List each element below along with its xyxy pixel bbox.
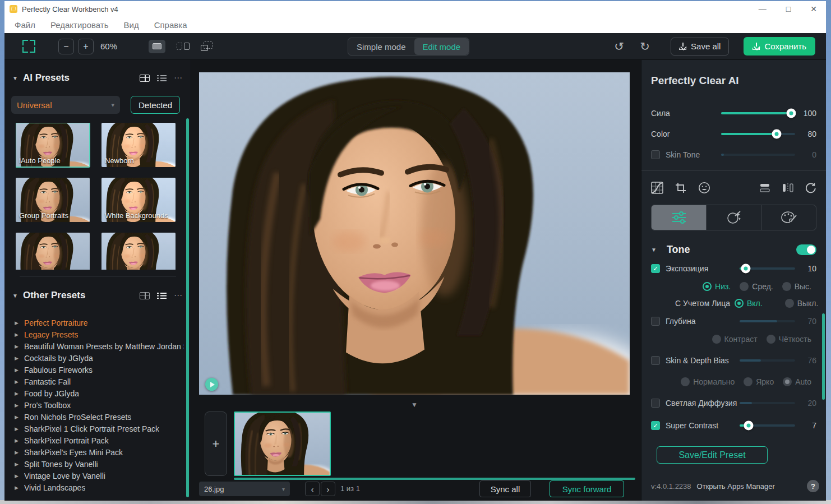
list-view-icon[interactable]: [157, 75, 167, 82]
other-preset-item[interactable]: ▶Perfect Portraiture: [15, 317, 184, 329]
zoom-out-button[interactable]: −: [58, 39, 74, 54]
face-icon[interactable]: [698, 182, 710, 194]
other-preset-item[interactable]: ▶Beautiful Woman Presets by Matthew Jord…: [15, 340, 184, 352]
radio-option-ярко[interactable]: Ярко: [744, 377, 774, 386]
ai-preset-tile-iauto-people[interactable]: iAuto People: [16, 123, 90, 167]
list-view-icon[interactable]: [157, 292, 167, 299]
menu-item-файл[interactable]: Файл: [15, 20, 35, 30]
save-edit-preset-button[interactable]: Save/Edit Preset: [657, 446, 768, 464]
menu-item-справка[interactable]: Справка: [154, 20, 187, 30]
fit-to-screen-icon[interactable]: [22, 40, 35, 53]
slider-track-skin-depth-bias[interactable]: [740, 359, 795, 362]
save-all-button[interactable]: Save all: [671, 38, 729, 56]
slider-track-глубина[interactable]: [740, 320, 795, 322]
filmstrip-thumbnail[interactable]: [234, 411, 331, 476]
flip-vertical-icon[interactable]: [759, 183, 770, 193]
slider-track-сила[interactable]: [721, 112, 795, 114]
tone-toggle[interactable]: [796, 244, 816, 255]
radio-option-сред[interactable]: Сред.: [740, 282, 773, 291]
other-preset-item[interactable]: ▶SharkPixel Portrait Pack: [15, 434, 184, 446]
ai-preset-tile[interactable]: [16, 233, 90, 270]
more-options-icon[interactable]: ⋯: [174, 290, 183, 300]
other-preset-item[interactable]: ▶SharkPixel's Eyes Mini Pack: [15, 446, 184, 458]
filmstrip-scrollbar[interactable]: [234, 478, 635, 480]
radio-option-низ[interactable]: Низ.: [703, 282, 731, 291]
radio-option-auto[interactable]: Auto: [783, 377, 811, 386]
crop-icon[interactable]: [675, 182, 686, 193]
collapse-triangle-icon[interactable]: ▼: [12, 75, 18, 81]
before-after-handle[interactable]: [205, 378, 218, 391]
help-icon[interactable]: ?: [807, 480, 819, 492]
minimize-button[interactable]: —: [759, 4, 767, 13]
other-preset-item[interactable]: ▶Vintage Love by Vanelli: [15, 470, 184, 482]
edit-mode-tab[interactable]: Edit mode: [414, 38, 469, 55]
slider-track-color[interactable]: [721, 133, 795, 135]
slider-track-skin-tone[interactable]: [721, 154, 795, 156]
tab-color[interactable]: [761, 205, 816, 230]
other-preset-item[interactable]: ▶Fantastic Fall: [15, 376, 184, 387]
slider-track-экспозиция[interactable]: [740, 267, 795, 270]
slider-knob[interactable]: [744, 421, 753, 431]
collapse-triangle-icon[interactable]: ▼: [12, 293, 18, 299]
radio-option-нормально[interactable]: Нормально: [681, 377, 735, 386]
detected-button[interactable]: Detected: [131, 96, 180, 114]
previous-image-button[interactable]: ‹: [305, 482, 320, 496]
radio-option-выс[interactable]: Выс.: [782, 282, 811, 291]
checkbox-skin-depth-bias[interactable]: [651, 356, 660, 365]
checkbox-super-contrast[interactable]: ✓: [651, 421, 660, 430]
radio-option-контраст[interactable]: Контраст: [712, 335, 758, 344]
flip-horizontal-icon[interactable]: [782, 183, 793, 193]
menu-item-вид[interactable]: Вид: [124, 20, 139, 30]
other-preset-item[interactable]: ▶Cocktails by JGlyda: [15, 352, 184, 364]
slider-knob[interactable]: [772, 129, 782, 138]
other-preset-item[interactable]: ▶Food by JGlyda: [15, 387, 184, 399]
slider-knob[interactable]: [741, 264, 750, 274]
panel-scrollbar[interactable]: [822, 313, 825, 400]
single-view-icon[interactable]: [149, 40, 165, 53]
checkbox-экспозиция[interactable]: ✓: [651, 264, 660, 273]
zoom-in-button[interactable]: +: [78, 39, 94, 54]
maximize-button[interactable]: □: [786, 4, 791, 13]
sync-all-button[interactable]: Sync all: [479, 480, 531, 497]
other-preset-item[interactable]: ▶Legacy Presets: [15, 329, 184, 340]
apps-manager-link[interactable]: Открыть Apps Manager: [697, 482, 775, 491]
filename-dropdown[interactable]: 26.jpg ▾: [199, 482, 290, 496]
simple-mode-tab[interactable]: Simple mode: [348, 38, 414, 55]
sidebar-scrollbar[interactable]: [186, 118, 189, 497]
close-button[interactable]: ✕: [810, 4, 817, 13]
slider-track-super-contrast[interactable]: [740, 424, 795, 427]
other-preset-item[interactable]: ▶Split Tones by Vanelli: [15, 458, 184, 470]
ai-preset-tile[interactable]: [101, 233, 176, 270]
before-after-view-icon[interactable]: [201, 41, 213, 51]
ai-preset-tile-white-backgrounds[interactable]: White Backgrounds: [101, 178, 176, 222]
redo-icon[interactable]: ↻: [638, 40, 652, 53]
other-preset-item[interactable]: ▶Ron Nichols ProSelect Presets: [15, 411, 184, 423]
checkbox-светлая-диффузия[interactable]: [651, 399, 660, 408]
add-image-button[interactable]: +: [205, 411, 227, 476]
grid-view-icon[interactable]: [140, 75, 150, 82]
checkbox-глубина[interactable]: [651, 317, 660, 326]
more-options-icon[interactable]: ⋯: [174, 73, 183, 83]
sync-forward-button[interactable]: Sync forward: [550, 480, 624, 497]
rotate-icon[interactable]: [805, 182, 816, 193]
checkbox-skin-tone[interactable]: [651, 150, 660, 159]
menu-item-редактировать[interactable]: Редактировать: [50, 20, 109, 30]
radio-option-вкл[interactable]: Вкл.: [735, 299, 763, 308]
slider-track-светлая-диффузия[interactable]: [740, 402, 795, 404]
ai-preset-tile-group-portraits[interactable]: Group Portraits: [16, 178, 90, 222]
curves-icon[interactable]: [651, 182, 663, 194]
other-preset-item[interactable]: ▶Fabulous Fireworks: [15, 364, 184, 376]
radio-option-выкл[interactable]: Выкл.: [785, 299, 819, 308]
ai-preset-tile-newborn[interactable]: Newborn: [101, 123, 176, 167]
slider-knob[interactable]: [787, 108, 796, 118]
next-image-button[interactable]: ›: [321, 482, 335, 496]
preset-category-dropdown[interactable]: Universal ▾: [11, 96, 120, 114]
main-photo[interactable]: [199, 72, 630, 395]
other-preset-item[interactable]: ▶Vivid Landscapes: [15, 482, 184, 493]
other-preset-item[interactable]: ▶SharkPixel 1 Click Portrait Preset Pack: [15, 423, 184, 434]
other-preset-item[interactable]: ▶Pro's Toolbox: [15, 399, 184, 411]
save-button[interactable]: Сохранить: [744, 37, 815, 56]
tab-retouch[interactable]: [706, 205, 761, 230]
radio-option-чёткость[interactable]: Чёткость: [767, 335, 811, 344]
split-view-icon[interactable]: [177, 43, 190, 50]
